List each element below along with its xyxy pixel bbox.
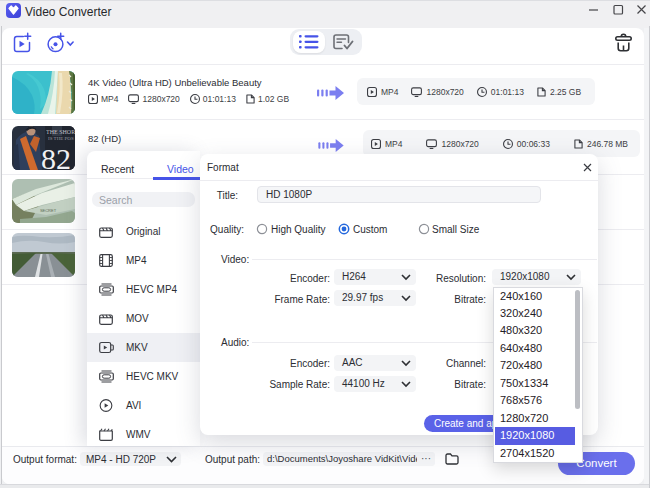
svg-text:SECRET: SECRET	[40, 208, 57, 213]
svg-text:82: 82	[41, 142, 71, 170]
svg-text:THE SHORES: THE SHORES	[46, 129, 75, 135]
svg-text:IS THE POS: IS THE POS	[48, 136, 74, 141]
